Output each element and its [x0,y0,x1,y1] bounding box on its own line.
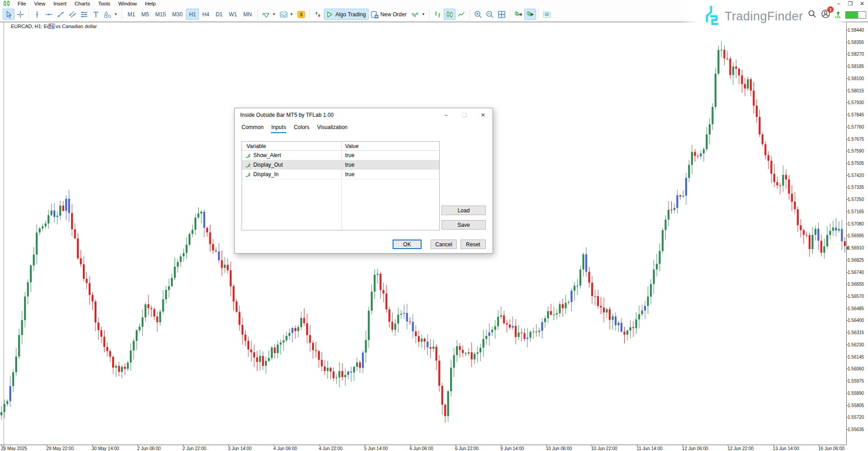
timeframe-w1-button[interactable]: W1 [226,9,240,20]
menu-item-window[interactable]: Window [114,0,141,7]
line-chart-button[interactable] [455,9,467,20]
reset-button[interactable]: Reset [460,240,486,249]
tab-common[interactable]: Common [241,123,264,133]
price-axis-label: 1.57930 [848,100,864,105]
menu-item-tools[interactable]: Tools [94,0,114,7]
screenshot-button[interactable] [541,9,553,20]
variable-name: Show_Alert [253,152,281,158]
variable-name: Display_Out [253,162,283,168]
table-header-row: Variable Value [242,142,439,151]
timeframe-d1-button[interactable]: D1 [213,9,226,20]
load-button[interactable]: Load [441,206,486,215]
zoom-in-button[interactable] [472,9,484,20]
equidistant-lines-button[interactable] [78,9,90,20]
indicator-window-icon [280,10,288,19]
dialog-close-button[interactable]: ✕ [480,112,486,118]
cancel-button[interactable]: Cancel [431,240,457,249]
trendline-button[interactable] [55,9,66,20]
status-cluster: 1 LVL [808,9,866,20]
tab-colors[interactable]: Colors [293,123,310,133]
search-icon[interactable] [808,10,816,20]
price-axis-label: 1.56145 [848,355,864,360]
menu-item-file[interactable]: File [14,0,30,7]
save-button[interactable]: Save [441,220,486,230]
text-tool-button[interactable] [90,9,102,20]
menu-item-charts[interactable]: Charts [71,0,94,7]
inputs-table[interactable]: Variable ValueShow_Alert trueDisplay_Out… [242,141,440,230]
crosshair-button[interactable] [14,9,26,20]
horizontal-line-button[interactable] [43,9,55,20]
time-axis-label: 4 Jun 22:00 [319,446,342,451]
indicator-window-button[interactable]: ▼ [278,9,295,20]
input-row-display_out[interactable]: Display_Out true [242,160,439,170]
dollar-button[interactable]: $ [295,9,307,20]
candle-chart-button[interactable] [444,9,455,20]
tile-windows-icon [498,10,506,19]
window-minimize-button[interactable]: – [835,0,842,7]
cursor-button[interactable] [3,9,14,20]
price-axis-label: 1.55805 [848,403,864,408]
tab-inputs[interactable]: Inputs [271,123,287,133]
price-axis[interactable]: 1.584401.583551.582701.581851.581001.580… [846,22,868,445]
timeframe-m5-button[interactable]: M5 [138,9,152,20]
tile-windows-button[interactable] [496,9,508,20]
channel-icon [68,10,76,19]
indicator-line-icon [262,10,270,19]
shift-end-right-button[interactable] [512,9,524,20]
price-axis-label: 1.56570 [848,294,864,299]
price-axis-label: 1.57335 [848,185,864,190]
price-axis-label: 1.57505 [848,161,864,166]
tradingfinder-logo-icon [706,5,719,27]
input-row-display_in[interactable]: Display_In true [242,170,439,179]
trendline-icon [57,10,65,19]
input-row-show_alert[interactable]: Show_Alert true [242,151,439,160]
price-axis-label: 1.57590 [848,149,864,154]
time-axis-label: 11 Jun 14:00 [636,446,662,451]
menu-item-view[interactable]: View [30,0,50,7]
timeframe-m30-button[interactable]: M30 [169,9,186,20]
tab-visualization[interactable]: Visualization [317,123,348,133]
dialog-resize-grip[interactable]: ⋰ [487,248,492,252]
time-axis-label: 6 Jun 06:00 [410,446,433,451]
timeframe-m15-button[interactable]: M15 [152,9,169,20]
dialog-minimize-button[interactable]: – [443,112,449,118]
window-restore-button[interactable]: ❐ [847,0,854,7]
menu-item-help[interactable]: Help [141,0,160,7]
timeframe-h1-button[interactable]: H1 [186,9,199,20]
window-close-button[interactable]: ✕ [859,0,865,7]
current-price-marker [847,246,849,249]
variable-value[interactable]: true [342,152,355,158]
window-controls: – ❐ ✕ [835,0,865,7]
buy-sell-arrows-button[interactable] [312,9,324,20]
dialog-maximize-button[interactable]: ❑ [461,112,468,118]
profile-icon[interactable]: 1 [821,9,830,20]
shift-end-left-button[interactable] [524,9,536,20]
timeframe-h4-button[interactable]: H4 [199,9,212,20]
algo-trading-button[interactable]: Algo Trading [324,9,369,20]
timeframe-mn-button[interactable]: MN [240,9,255,20]
bar-chart-button[interactable] [432,9,444,20]
time-axis[interactable]: 29 May 202529 May 22:0030 May 14:002 Jun… [0,445,846,451]
new-order-button[interactable]: New Order [369,9,409,20]
price-axis-label: 1.58100 [848,76,864,81]
text-tool-icon [92,10,100,19]
time-axis-label: 29 May 2025 [1,446,27,451]
indicator-line-button[interactable]: ▼ [260,9,278,20]
shapes-button[interactable]: ▼ [102,9,119,20]
vertical-line-button[interactable] [31,9,43,20]
horizontal-line-icon [45,10,53,19]
crosshair-icon [16,10,24,19]
zoom-out-button[interactable] [484,9,496,20]
depth-squiggle-button[interactable]: ▼ [409,9,427,20]
price-axis-label: 1.55720 [848,415,864,420]
depth-squiggle-icon [411,10,419,19]
variable-value[interactable]: true [342,162,355,168]
variable-value[interactable]: true [342,171,355,178]
menu-item-insert[interactable]: Insert [49,0,71,7]
price-axis-label: 1.56485 [848,306,864,311]
ok-button[interactable]: OK [393,240,422,249]
channel-button[interactable] [66,9,78,20]
time-axis-label: 30 May 14:00 [92,446,119,451]
timeframe-m1-button[interactable]: M1 [124,9,138,20]
price-axis-label: 1.57165 [848,209,864,214]
